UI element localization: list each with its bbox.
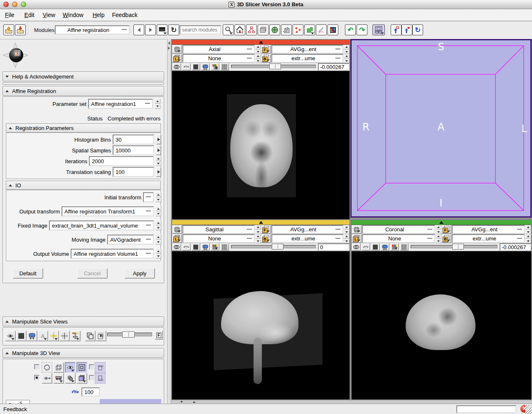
axial-slice-offset-value[interactable]: -0.000267	[318, 63, 350, 71]
coronal-slice-slider[interactable]	[411, 244, 498, 250]
window-level-icon[interactable]	[210, 63, 219, 71]
menu-file[interactable]: File	[3, 12, 16, 18]
initial-transform-spinner[interactable]	[155, 192, 161, 202]
cube-axes-icon[interactable]	[53, 362, 64, 373]
save-scene-icon[interactable]	[15, 24, 26, 35]
redo-icon[interactable]: ↷	[357, 24, 367, 35]
background-toggle-icon[interactable]: B	[96, 331, 106, 341]
foreground-layer-icon[interactable]: F	[441, 225, 451, 234]
background-layer-icon[interactable]: B	[261, 54, 271, 63]
initial-transform-select[interactable]	[143, 192, 154, 202]
slice-orientation-icon[interactable]	[352, 225, 362, 234]
coronal-foreground-spinner[interactable]	[525, 225, 531, 234]
label-outline-icon[interactable]	[191, 63, 200, 71]
histogram-bins-input[interactable]: 30	[113, 135, 154, 145]
axial-background-spinner[interactable]	[344, 54, 350, 63]
foreground-layer-icon[interactable]: F	[261, 45, 271, 54]
slice-visible-icon[interactable]	[361, 243, 370, 251]
fiducials-module-icon[interactable]	[293, 24, 303, 35]
navigation-icon[interactable]	[70, 331, 81, 341]
menu-edit[interactable]: Edit	[23, 12, 36, 18]
zoom-percent-icon[interactable]: %	[71, 389, 79, 394]
coronal-colorbar[interactable]	[352, 220, 531, 225]
stereo-glasses-icon[interactable]	[53, 373, 64, 384]
coronal-labelmap-spinner[interactable]	[436, 234, 441, 243]
fit-slices-icon[interactable]	[27, 331, 37, 341]
search-modules-input[interactable]	[180, 25, 221, 34]
spatial-samples-expand-icon[interactable]	[156, 145, 161, 155]
screenshot-stack-icon[interactable]	[65, 373, 76, 384]
editor-module-icon[interactable]	[281, 24, 292, 35]
coronal-slice-offset-value[interactable]: -0.000267	[500, 243, 531, 251]
label-opacity-slider[interactable]	[107, 331, 152, 338]
iterations-input[interactable]: 2000	[89, 156, 154, 166]
parameter-set-spinner[interactable]	[155, 99, 160, 109]
menu-window[interactable]: Window	[61, 12, 85, 18]
axial-orientation-spinner[interactable]	[255, 45, 261, 54]
close-window-button[interactable]	[3, 2, 9, 7]
3d-viewport[interactable]: S R A L I	[350, 39, 532, 218]
slice-visibility-icon[interactable]	[5, 331, 16, 341]
resize-grip[interactable]	[525, 405, 532, 414]
window-level-icon[interactable]	[390, 243, 399, 251]
fit-slice-icon[interactable]	[201, 243, 210, 251]
transforms-module-icon[interactable]	[269, 24, 280, 35]
measurements-module-icon[interactable]	[316, 24, 327, 35]
labelmap-layer-icon[interactable]: L	[172, 54, 182, 63]
compare-layout-icon[interactable]	[85, 331, 96, 341]
translation-scaling-expand-icon[interactable]	[156, 167, 161, 177]
section-affine-registration[interactable]: Affine Registration	[2, 86, 164, 96]
slice-orientation-icon[interactable]	[172, 45, 182, 54]
grid-crosshair-icon[interactable]	[59, 331, 70, 341]
link-views-icon[interactable]	[172, 243, 181, 251]
output-volume-spinner[interactable]	[155, 249, 161, 259]
section-help-acknowledgement[interactable]: Help & Acknowledgement	[2, 71, 164, 81]
sagittal-colorbar[interactable]	[172, 220, 350, 225]
output-volume-select[interactable]: Affine registration Volume1	[71, 249, 154, 259]
slice-orientation-icon[interactable]	[172, 225, 182, 234]
section-registration-parameters[interactable]: Registration Parameters	[6, 123, 161, 132]
modules-history-icon[interactable]	[157, 24, 167, 35]
menu-help[interactable]: Help	[91, 12, 106, 18]
stacked-layers-icon[interactable]	[76, 373, 87, 384]
extensions-refresh-icon[interactable]: ↻	[412, 24, 423, 35]
apply-button[interactable]: Apply	[124, 268, 155, 279]
cancel-button[interactable]: Cancel	[77, 268, 108, 279]
sagittal-slice-image[interactable]	[172, 251, 350, 399]
moving-image-select[interactable]: AVGgradient	[107, 235, 154, 245]
data-module-icon[interactable]	[246, 24, 257, 35]
axial-slice-slider[interactable]	[231, 64, 316, 70]
default-button[interactable]: Default	[12, 268, 43, 279]
coronal-background-select[interactable]: extr...ume	[452, 234, 525, 243]
grid-layers-icon[interactable]	[220, 243, 229, 251]
rotate-view-checkbox[interactable]	[89, 375, 94, 380]
menu-feedback[interactable]: Feedback	[110, 12, 139, 18]
label-opacity-icon[interactable]	[16, 331, 27, 341]
orthographic-projection-checkbox[interactable]	[34, 375, 39, 380]
coronal-orientation-select[interactable]: Coronal	[362, 225, 435, 234]
section-manipulate-slice-views[interactable]: Manipulate Slice Views	[2, 316, 164, 326]
sagittal-labelmap-select[interactable]: None	[182, 234, 255, 243]
roi-module-icon[interactable]	[304, 24, 315, 35]
search-modules-icon[interactable]	[223, 24, 234, 35]
window-level-icon[interactable]	[210, 243, 219, 251]
minimize-window-button[interactable]	[12, 2, 17, 7]
fixed-image-select[interactable]: extract_brain_3dt1_manual_volume	[49, 220, 154, 230]
rotate-around-top-icon[interactable]	[95, 362, 106, 373]
rock-view-checkbox[interactable]	[89, 364, 94, 370]
zoom-window-button[interactable]	[21, 2, 26, 7]
grid-layers-icon[interactable]	[399, 243, 409, 251]
viewport-bottom-splitter[interactable]	[171, 400, 532, 404]
fiducial-pick-icon[interactable]	[391, 24, 401, 35]
fit-to-window-icon[interactable]: F	[155, 331, 163, 340]
home-module-icon[interactable]	[234, 24, 245, 35]
histogram-bins-expand-icon[interactable]	[156, 135, 161, 145]
panel-splitter[interactable]	[167, 39, 171, 404]
volumes-module-icon[interactable]	[258, 24, 268, 35]
background-layer-icon[interactable]: B	[261, 234, 271, 243]
background-layer-icon[interactable]: B	[441, 234, 451, 243]
modules-prev-icon[interactable]	[133, 24, 144, 35]
sagittal-foreground-spinner[interactable]	[344, 225, 350, 234]
iterations-spinner[interactable]	[155, 156, 161, 166]
slice-visible-icon[interactable]	[182, 63, 191, 71]
